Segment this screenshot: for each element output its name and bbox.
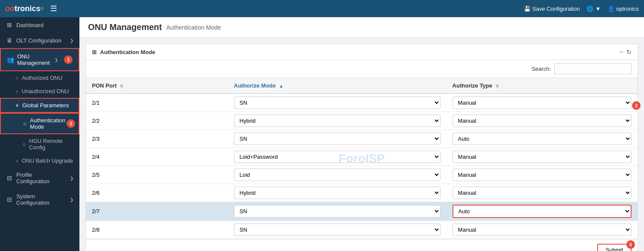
logo-tronics: tronics [15, 4, 40, 13]
cell-authorize-type: ManualAuto [447, 112, 638, 130]
globe-button[interactable]: 🌐 ▼ [586, 6, 601, 12]
cell-authorize-type: ManualAuto [447, 94, 638, 112]
topnav-right: 💾 Save Configuration 🌐 ▼ 👤 optronics [524, 6, 639, 12]
onu-icon: 👥 [7, 56, 14, 63]
cell-pon-port: 2/7 [86, 202, 228, 221]
sidebar-item-unauthorized-onu[interactable]: ○ Unauthorized ONU [0, 85, 79, 98]
profile-icon: ⊟ [6, 175, 13, 181]
cell-pon-port: 2/3 [86, 130, 228, 148]
sort-icon: ⇅ [495, 84, 499, 88]
table-icon: ⊞ [92, 49, 97, 55]
logo-brand: oo [5, 4, 15, 13]
sidebar: ⊞ Dashboard 🖥 OLT Configuration ❯ 👥 ONU … [0, 17, 79, 251]
hamburger-icon[interactable]: ☰ [50, 4, 57, 13]
sort-icon: ⇅ [120, 84, 123, 88]
sidebar-item-dashboard[interactable]: ⊞ Dashboard [0, 17, 79, 33]
content-area: ONU Management Authentication Mode ⊞ Aut… [79, 17, 644, 251]
authorize-mode-select[interactable]: SNHybridLoid+PasswordLoid [234, 224, 440, 236]
card-header: ⊞ Authentication Mode − ↻ [86, 44, 638, 60]
cell-authorize-type: ManualAuto [447, 148, 638, 166]
authorize-mode-select[interactable]: SNHybridLoid+PasswordLoid [234, 169, 440, 181]
sidebar-item-olt-config[interactable]: 🖥 OLT Configuration ❯ [0, 33, 79, 48]
authorize-type-select[interactable]: ManualAuto [453, 187, 632, 199]
sidebar-item-global-params[interactable]: ∨ Global Parameters 2 [0, 98, 79, 113]
cell-pon-port: 2/6 [86, 184, 228, 202]
save-icon: 💾 [524, 6, 531, 12]
cell-pon-port: 2/1 [86, 94, 228, 112]
authorize-mode-select[interactable]: SNHybridLoid+PasswordLoid [234, 115, 440, 127]
authorize-mode-select[interactable]: SNHybridLoid+PasswordLoid [234, 133, 440, 145]
cell-pon-port: 2/2 [86, 112, 228, 130]
system-icon: ⊟ [6, 196, 13, 203]
authorize-mode-select[interactable]: SNHybridLoid+PasswordLoid [234, 97, 440, 109]
circle-icon: ○ [15, 158, 18, 163]
cell-authorize-mode: SNHybridLoid+PasswordLoid [228, 94, 447, 112]
cell-authorize-mode: SNHybridLoid+PasswordLoid [228, 148, 447, 166]
table-row: 2/3SNHybridLoid+PasswordLoidManualAuto [86, 130, 638, 148]
submit-button[interactable]: Submit 5 [597, 244, 632, 251]
authorize-type-select[interactable]: ManualAuto [453, 133, 632, 145]
user-menu[interactable]: 👤 optronics [608, 6, 639, 12]
chevron-right-icon: ❯ [70, 38, 73, 43]
cell-pon-port: 2/8 [86, 221, 228, 239]
dashboard-icon: ⊞ [6, 21, 13, 28]
table-row: 2/7SNHybridLoid+PasswordLoidManualAuto [86, 202, 638, 221]
logo-reg: ® [40, 6, 43, 11]
authorize-mode-select[interactable]: SNHybridLoid+PasswordLoid [234, 205, 440, 218]
sidebar-item-auth-mode[interactable]: ○ Authentication Mode 3 [0, 113, 79, 134]
sidebar-item-authorized-onu[interactable]: ○ Authorized ONU [0, 71, 79, 85]
table-wrapper: ForoISP PON Port ⇅ Authorize Mode ▲ Auth… [86, 78, 638, 239]
card-header-left: ⊞ Authentication Mode [92, 49, 155, 55]
sidebar-item-label: ONU Management [17, 53, 51, 66]
authorize-type-select[interactable]: ManualAuto [453, 151, 632, 163]
refresh-icon[interactable]: ↻ [626, 48, 632, 55]
circle-icon: ○ [15, 76, 18, 81]
sidebar-item-onu-management[interactable]: 👥 ONU Management ❯ 1 [0, 48, 79, 71]
chevron-down-icon: ∨ [15, 103, 19, 108]
sidebar-item-profile-config[interactable]: ⊟ Profile Configuration ❯ [0, 167, 79, 189]
col-authorize-mode[interactable]: Authorize Mode ▲ [228, 78, 447, 94]
authorize-type-select[interactable]: ManualAuto [453, 205, 632, 218]
user-icon: 👤 [608, 6, 614, 12]
save-config-label: Save Configuration [532, 6, 580, 12]
page-subtitle: Authentication Mode [166, 24, 221, 31]
authorize-type-select[interactable]: ManualAuto [453, 115, 632, 127]
table-row: 2/4SNHybridLoid+PasswordLoidManualAuto [86, 148, 638, 166]
sidebar-item-label: ONU Batch Upgrade [22, 157, 73, 164]
cell-authorize-type: ManualAuto [447, 221, 638, 239]
circle-icon: ○ [22, 141, 26, 148]
authorize-type-select[interactable]: ManualAuto [453, 224, 632, 236]
authorize-mode-select[interactable]: SNHybridLoid+PasswordLoid [234, 151, 440, 163]
topnav-left: ootronics® ☰ [5, 4, 57, 13]
circle-icon: ○ [15, 89, 18, 94]
sidebar-item-onu-batch[interactable]: ○ ONU Batch Upgrade [0, 154, 79, 167]
table-row: 2/8SNHybridLoid+PasswordLoidManualAuto [86, 221, 638, 239]
sidebar-item-label: HGU Remote Config [29, 138, 73, 151]
authorize-mode-select[interactable]: SNHybridLoid+PasswordLoid [234, 187, 440, 199]
sort-icon-active: ▲ [279, 84, 283, 88]
save-config-button[interactable]: 💾 Save Configuration [524, 6, 580, 12]
chevron-down-icon: ❯ [55, 57, 58, 62]
col-authorize-type[interactable]: Authorize Type ⇅ [447, 78, 638, 94]
topnav: ootronics® ☰ 💾 Save Configuration 🌐 ▼ 👤 … [0, 0, 644, 17]
cell-pon-port: 2/4 [86, 148, 228, 166]
page-title: ONU Management [88, 22, 162, 32]
search-input[interactable] [554, 64, 632, 74]
authorize-type-select[interactable]: ManualAuto [453, 97, 632, 109]
table-row: 2/5SNHybridLoid+PasswordLoidManualAuto [86, 166, 638, 184]
cell-authorize-mode: SNHybridLoid+PasswordLoid [228, 130, 447, 148]
badge-3: 3 [67, 119, 75, 128]
card-title: Authentication Mode [100, 49, 155, 55]
cell-authorize-type: ManualAuto [447, 202, 638, 221]
cell-authorize-mode: SNHybridLoid+PasswordLoid [228, 112, 447, 130]
sidebar-item-label: Global Parameters [22, 102, 69, 109]
logo: ootronics® [5, 4, 43, 13]
olt-icon: 🖥 [6, 37, 13, 44]
minimize-icon[interactable]: − [620, 48, 623, 55]
table-row: 2/1SNHybridLoid+PasswordLoidManualAuto [86, 94, 638, 112]
sidebar-item-system-config[interactable]: ⊟ System Configuration ❯ [0, 189, 79, 210]
col-pon-port[interactable]: PON Port ⇅ [86, 78, 228, 94]
authorize-type-select[interactable]: ManualAuto [453, 169, 632, 181]
sidebar-item-hgu-remote[interactable]: ○ HGU Remote Config [0, 134, 79, 154]
sidebar-item-label: Profile Configuration [16, 172, 67, 184]
